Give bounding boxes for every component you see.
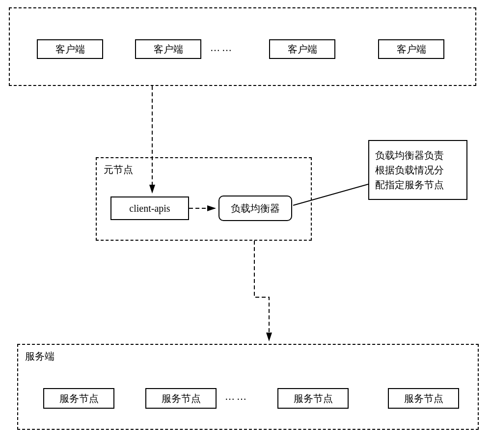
load-balancer-box: 负载均衡器	[218, 196, 292, 221]
server-node-box: 服务节点	[388, 388, 459, 409]
clients-ellipsis: ……	[210, 42, 234, 54]
server-node-box: 服务节点	[43, 388, 114, 409]
meta-node-label: 元节点	[104, 163, 304, 176]
client-apis-box: client-apis	[110, 196, 189, 220]
server-container: 服务端	[17, 344, 479, 430]
load-balancer-label: 负载均衡器	[231, 202, 280, 215]
server-ellipsis: ……	[225, 391, 248, 402]
server-node-label: 服务节点	[404, 392, 443, 405]
client-label: 客户端	[55, 43, 85, 56]
client-box: 客户端	[135, 39, 201, 59]
server-node-label: 服务节点	[162, 392, 201, 405]
note-line: 负载均衡器负责	[375, 148, 461, 163]
client-apis-label: client-apis	[129, 203, 170, 214]
server-node-box: 服务节点	[277, 388, 349, 409]
server-node-box: 服务节点	[145, 388, 217, 409]
client-box: 客户端	[378, 39, 444, 59]
server-node-label: 服务节点	[294, 392, 333, 405]
client-box: 客户端	[269, 39, 335, 59]
client-label: 客户端	[288, 43, 317, 56]
server-node-label: 服务节点	[59, 392, 99, 405]
client-label: 客户端	[397, 43, 426, 56]
client-label: 客户端	[154, 43, 183, 56]
note-box: 负载均衡器负责 根据负载情况分 配指定服务节点	[368, 140, 467, 200]
arrow-meta-to-server	[254, 241, 269, 340]
note-line: 根据负载情况分	[375, 163, 461, 177]
note-line: 配指定服务节点	[375, 177, 461, 192]
client-box: 客户端	[37, 39, 103, 59]
server-label: 服务端	[25, 350, 471, 363]
